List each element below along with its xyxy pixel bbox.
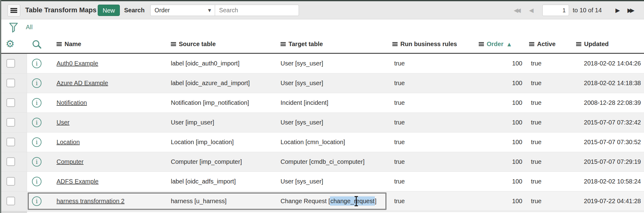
search-input[interactable] [215,5,299,16]
active-cell[interactable]: true [531,132,541,152]
filter-funnel-icon[interactable] [9,22,18,34]
order-cell[interactable]: 100 [473,132,522,152]
info-icon[interactable]: i [32,59,41,68]
column-header-order[interactable]: Order▲ [479,35,511,53]
run-business-rules-cell[interactable]: true [394,132,405,152]
row-checkbox[interactable] [6,138,15,146]
name-link[interactable]: Azure AD Example [57,73,108,93]
updated-cell[interactable]: 2018-02-02 10:58:24 [556,172,641,191]
table-row[interactable]: i Location Location [imp_location] Locat… [0,132,644,152]
target-table-cell[interactable]: User [sys_user] [281,113,323,132]
info-icon[interactable]: i [32,98,41,108]
info-icon[interactable]: i [32,78,41,88]
target-table-cell[interactable]: Location [cmn_location] [281,132,345,152]
updated-cell[interactable]: 2008-12-28 22:08:39 [556,93,641,112]
info-icon[interactable]: i [32,118,41,127]
run-business-rules-cell[interactable]: true [394,113,405,132]
source-table-cell[interactable]: Computer [imp_computer] [171,152,242,172]
order-cell[interactable]: 100 [473,73,522,93]
target-table-cell[interactable]: Incident [incident] [281,93,328,112]
run-business-rules-cell[interactable]: true [394,172,405,191]
updated-cell[interactable]: 2018-02-02 14:18:38 [556,73,641,93]
active-cell[interactable]: true [531,113,541,132]
table-row[interactable]: i Azure AD Example label [oidc_azure_ad_… [0,73,644,93]
source-table-cell[interactable]: harness [u_harness] [171,191,226,211]
row-checkbox[interactable] [6,118,15,127]
name-link[interactable]: Computer [57,152,84,172]
order-cell[interactable]: 100 [473,191,522,211]
column-header-active[interactable]: Active [529,35,556,53]
active-cell[interactable]: true [531,172,541,191]
run-business-rules-cell[interactable]: true [394,191,405,211]
new-button[interactable]: New [98,5,120,16]
name-link[interactable]: Auth0 Example [57,54,98,73]
row-checkbox[interactable] [6,197,15,205]
row-checkbox[interactable] [6,177,15,186]
name-link[interactable]: Location [57,132,80,152]
target-table-cell[interactable]: User [sys_user] [281,54,323,73]
run-business-rules-cell[interactable]: true [394,93,405,112]
run-business-rules-cell[interactable]: true [394,54,405,73]
page-number-input[interactable] [542,5,569,16]
row-checkbox[interactable] [6,59,15,68]
updated-cell[interactable]: 2015-07-07 07:30:52 [556,132,641,152]
gear-icon[interactable]: ⚙ [6,38,15,50]
target-table-cell[interactable]: Change Request [change_request] [281,191,376,211]
target-table-cell[interactable]: User [sys_user] [281,73,323,93]
updated-cell[interactable]: 2015-07-07 07:32:42 [556,113,641,132]
table-row-selected[interactable]: i harness transformation 2 harness [u_ha… [0,191,644,211]
table-row[interactable]: i Notification Notification [imp_notific… [0,93,644,113]
column-header-source-table[interactable]: Source table [171,35,216,53]
active-cell[interactable]: true [531,54,541,73]
row-checkbox[interactable] [6,79,15,87]
column-header-updated[interactable]: Updated [576,35,609,53]
table-row[interactable]: i Computer Computer [imp_computer] Compu… [0,152,644,172]
info-icon[interactable]: i [32,177,41,186]
order-cell[interactable]: 100 [473,172,522,191]
source-table-cell[interactable]: Notification [imp_notification] [171,93,249,112]
table-row[interactable]: i User User [imp_user] User [sys_user] t… [0,113,644,132]
updated-cell[interactable]: 2015-07-07 07:29:19 [556,152,641,172]
source-table-cell[interactable]: User [imp_user] [171,113,214,132]
list-context-menu-button[interactable] [7,4,20,17]
updated-cell[interactable]: 2019-07-22 04:41:28 [556,191,641,211]
info-icon[interactable]: i [32,196,41,206]
info-icon[interactable]: i [32,137,41,147]
search-icon[interactable] [33,40,39,47]
name-link[interactable]: harness transformation 2 [57,191,124,211]
column-header-target-table[interactable]: Target table [281,35,323,53]
column-header-name[interactable]: Name [57,35,81,53]
run-business-rules-cell[interactable]: true [394,152,405,172]
row-checkbox[interactable] [6,157,15,166]
source-table-cell[interactable]: label [oidc_adfs_import] [171,172,236,191]
name-link[interactable]: ADFS Example [57,172,99,191]
next-page-button[interactable]: ▶ [615,1,620,19]
order-cell[interactable]: 100 [473,113,522,132]
source-table-cell[interactable]: label [oidc_azure_ad_import] [171,73,250,93]
order-cell[interactable]: 100 [473,93,522,112]
previous-page-button[interactable]: ◀ [529,1,534,19]
name-link[interactable]: User [57,113,69,132]
breadcrumb-all-link[interactable]: All [26,19,33,35]
active-cell[interactable]: true [531,191,541,211]
search-column-select[interactable]: Order ▼ [150,5,215,16]
last-page-button[interactable]: ▶▶ [627,1,633,19]
column-header-run-business-rules[interactable]: Run business rules [392,35,457,53]
target-table-cell[interactable]: User [sys_user] [281,172,323,191]
order-cell[interactable]: 100 [473,152,522,172]
table-row[interactable]: i ADFS Example label [oidc_adfs_import] … [0,172,644,191]
first-page-button[interactable]: ◀◀ [514,1,519,19]
active-cell[interactable]: true [531,152,541,172]
active-cell[interactable]: true [531,73,541,93]
source-table-cell[interactable]: Location [imp_location] [171,132,234,152]
table-row[interactable]: i Auth0 Example label [oidc_auth0_import… [0,54,644,73]
order-cell[interactable]: 100 [473,54,522,73]
updated-cell[interactable]: 2018-02-02 14:04:26 [556,54,641,73]
run-business-rules-cell[interactable]: true [394,73,405,93]
target-table-cell[interactable]: Computer [cmdb_ci_computer] [281,152,364,172]
source-table-cell[interactable]: label [oidc_auth0_import] [171,54,239,73]
name-link[interactable]: Notification [57,93,87,112]
info-icon[interactable]: i [32,157,41,167]
row-checkbox[interactable] [6,98,15,107]
active-cell[interactable]: true [531,93,541,112]
